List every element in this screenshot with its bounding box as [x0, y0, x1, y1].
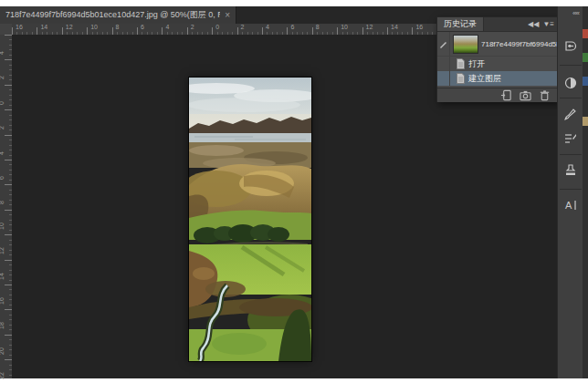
document-tab[interactable]: 718f7e4499f7bf6994d5b01ece10d427.jpg @ 5…	[0, 6, 236, 24]
collapse-panel-icon[interactable]: ◀◀	[528, 17, 539, 31]
ruler-number: 2	[241, 24, 245, 30]
ruler-number: 16	[415, 24, 423, 30]
expand-dock-icon[interactable]: ««	[572, 9, 579, 17]
history-panel-tab[interactable]: 历史记录	[437, 17, 484, 31]
svg-text:A: A	[565, 200, 572, 211]
new-document-from-state-icon[interactable]	[500, 89, 512, 101]
delete-state-icon[interactable]	[539, 89, 551, 101]
history-panel-footer	[437, 88, 558, 102]
ruler-number: 2	[0, 76, 5, 79]
ruler-number: 14	[0, 273, 5, 280]
ruler-number: 14	[40, 24, 47, 30]
ruler-number: 8	[316, 24, 320, 30]
ruler-number: 18	[0, 323, 5, 330]
ruler-number: 4	[165, 24, 169, 30]
character-panel-icon[interactable]: A	[562, 196, 580, 214]
ruler-number: 2	[191, 24, 194, 30]
new-snapshot-icon[interactable]	[520, 89, 531, 101]
ruler-number: 8	[116, 24, 120, 30]
ruler-number: 22	[0, 372, 5, 379]
panel-menu-icon[interactable]: ▼≡	[542, 17, 554, 31]
ruler-number: 10	[341, 24, 348, 30]
ruler-number: 0	[215, 24, 219, 30]
history-state-rows: 打开 建立图层	[437, 57, 558, 86]
history-brush-source-column[interactable]	[437, 32, 450, 56]
brush-panel-icon[interactable]	[562, 105, 580, 123]
clipped-blue-icon	[583, 77, 588, 86]
ruler-number: 16	[0, 297, 5, 305]
snapshot-thumbnail	[453, 35, 478, 54]
ruler-number: 12	[0, 247, 5, 254]
ruler-number: 20	[0, 347, 5, 355]
ruler-number: 12	[366, 24, 373, 30]
snapshot-label: 718f7e4499f7bf6994d5b0...	[481, 40, 558, 48]
history-panel-header: 历史记录 ◀◀ ▼≡	[437, 17, 558, 32]
history-state-row[interactable]: 建立图层	[437, 71, 558, 86]
clipped-tan-icon	[583, 117, 588, 126]
ruler-number: 6	[0, 176, 5, 180]
brush-presets-panel-icon[interactable]	[562, 129, 580, 148]
ruler-number: 10	[90, 24, 98, 30]
history-states-list: 718f7e4499f7bf6994d5b0... 打开	[437, 32, 558, 88]
landscape-image	[189, 78, 311, 361]
vertical-ruler[interactable]: 420246810121416182022	[0, 35, 13, 378]
ruler-number: 6	[141, 24, 144, 30]
history-state-label: 建立图层	[468, 73, 501, 85]
document-tab-title: 718f7e4499f7bf6994d5b01ece10d427.jpg @ 5…	[5, 9, 220, 21]
history-state-icon	[456, 58, 466, 69]
ruler-number: 6	[290, 24, 294, 30]
history-snapshot-row[interactable]: 718f7e4499f7bf6994d5b0...	[437, 32, 558, 57]
ruler-number: 12	[66, 24, 73, 30]
ruler-number: 8	[0, 201, 5, 204]
ruler-number: 14	[391, 24, 398, 30]
panel-dock: «« A	[557, 6, 583, 378]
history-state-row[interactable]: 打开	[437, 57, 558, 71]
ruler-number: 4	[266, 24, 269, 30]
history-state-label: 打开	[468, 58, 485, 70]
adjustments-panel-icon[interactable]	[562, 74, 580, 92]
history-state-icon	[456, 73, 466, 84]
ruler-number: 16	[16, 24, 23, 30]
canvas-photo[interactable]	[189, 78, 311, 361]
ruler-number: 0	[0, 101, 5, 105]
history-panel: 历史记录 ◀◀ ▼≡ 718f7e4499f7bf6994d5b0...	[436, 16, 559, 102]
close-tab-icon[interactable]: ×	[225, 11, 230, 19]
clipped-green-icon	[583, 53, 588, 62]
ruler-number: 4	[0, 51, 5, 55]
history-brush-icon	[439, 40, 447, 48]
clipped-dock-column	[583, 6, 588, 378]
ruler-number: 4	[0, 151, 5, 155]
ruler-number: 2	[0, 126, 5, 129]
ruler-number: 10	[0, 223, 5, 230]
clipped-red-icon	[583, 29, 588, 38]
history-brush-source-cell[interactable]	[437, 71, 450, 86]
history-brush-source-cell[interactable]	[437, 57, 450, 71]
clone-source-panel-icon[interactable]	[562, 161, 580, 180]
properties-panel-icon[interactable]	[562, 36, 580, 55]
